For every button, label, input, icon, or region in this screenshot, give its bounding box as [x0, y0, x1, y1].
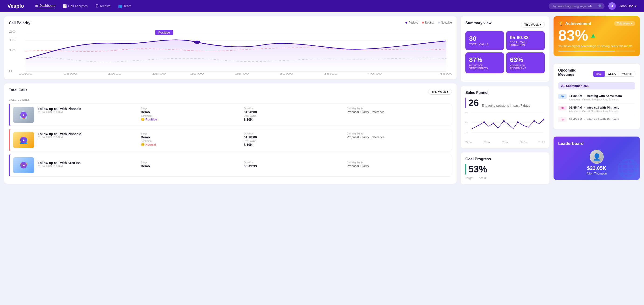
summary-week-select[interactable]: This Week ▾: [521, 22, 545, 27]
meeting-attendees: Attendees: Vineeth Srivatsav, Amy Johnso…: [569, 98, 635, 101]
total-calls-title: Total Calls: [9, 88, 28, 92]
funnel-dates: 27 Jun 28 Jun 29 Jun 30 Jun 01 Jul: [466, 141, 545, 144]
play-button[interactable]: ▶: [20, 162, 27, 168]
legend-neutral: Neutral: [422, 21, 434, 24]
svg-text:2K: 2K: [466, 131, 468, 134]
svg-text:25:00: 25:00: [235, 72, 249, 74]
summary-header: Summary view This Week ▾: [466, 21, 545, 28]
achievement-week-select[interactable]: This Week ▾: [614, 21, 635, 26]
call-info: Follow up call with Krea Ina 01, Jul 202…: [38, 161, 448, 169]
right-column: 🏆 Achievement This Week ▾ 83% ▲ You have…: [554, 16, 640, 184]
call-thumbnail: 👥 ▶: [13, 132, 34, 148]
summary-tile-total-calls: 30 TOTAL CALLS: [466, 31, 504, 50]
svg-text:00:00: 00:00: [19, 72, 32, 74]
am-badge: AM: [558, 94, 566, 99]
svg-point-31: [543, 119, 544, 120]
globe-icon: 🌐: [616, 158, 640, 180]
meetings-tabs: DAY WEEK MONTH: [593, 71, 635, 77]
goal-percentage: 53%: [466, 164, 487, 175]
goal-title: Goal Progress: [466, 157, 545, 161]
meeting-time: 11:30 AM · Meeting with Acme team: [569, 94, 635, 98]
play-button[interactable]: ▶: [20, 137, 27, 143]
goal-percentage-row: 53%: [466, 164, 545, 175]
call-stage-col: Stage Demo Sentiment 😊 Positive: [141, 107, 242, 121]
search-input[interactable]: [549, 3, 604, 9]
svg-text:20: 20: [9, 30, 16, 33]
middle-column: Summary view This Week ▾ 30 TOTAL CALLS …: [461, 16, 549, 184]
svg-text:10: 10: [9, 49, 16, 52]
archive-icon: 🗄: [95, 4, 98, 8]
navbar: Vesplo ⊞ Dashboard 📈 Call Analytics 🗄 Ar…: [0, 0, 644, 12]
leaderboard-title: Leaderboard: [558, 141, 635, 146]
call-duration-col: Duration 01:28:00 Deal Value $ 10K: [244, 107, 346, 121]
sales-funnel-title: Sales Funnel: [466, 91, 545, 95]
svg-text:15:00: 15:00: [152, 72, 166, 74]
user-name[interactable]: John Doe ▾: [620, 4, 636, 8]
call-polarity-card: Call Polarity Positive Neutral Negative: [4, 16, 456, 79]
logo: Vesplo: [8, 3, 24, 9]
meeting-dot: ·: [584, 94, 585, 98]
positive-label: Positive: [155, 30, 173, 35]
nav-team[interactable]: 👥 Team: [118, 4, 131, 8]
chevron-down-icon: ▾: [631, 22, 632, 25]
leader-avatar: 👤: [590, 150, 604, 164]
svg-text:8K: 8K: [466, 111, 468, 114]
sentiment-value: 😊 Positive: [141, 118, 242, 121]
call-info: Follow up call with Pinnacle 01, Jul 202…: [38, 107, 448, 123]
summary-title: Summary view: [466, 21, 492, 25]
chevron-down-icon: ▾: [540, 23, 541, 26]
summary-tile-positive-sentiment: 87% POSITIVE SENTIMENTS: [466, 52, 504, 73]
chevron-down-icon: ▾: [635, 4, 636, 8]
call-date: 01, Jul 2023 10:00AM: [38, 165, 140, 168]
highlights-value: Proposal, Clarity, Reference: [347, 110, 448, 114]
achievement-description: You have higher percentage of closing de…: [558, 44, 635, 48]
svg-point-30: [534, 120, 535, 122]
nav-right: 🔍 J John Doe ▾: [549, 2, 636, 10]
svg-text:05:00: 05:00: [64, 72, 77, 74]
meeting-item: PM 02:45 PM · Intro call with Pinnacle: [558, 115, 635, 124]
nav-links: ⊞ Dashboard 📈 Call Analytics 🗄 Archive 👥…: [35, 4, 549, 8]
call-name: Follow up call with Pinnacle: [38, 132, 140, 136]
dashboard-icon: ⊞: [35, 4, 38, 7]
summary-view-card: Summary view This Week ▾ 30 TOTAL CALLS …: [461, 16, 549, 82]
meeting-details: 02:45 PM · Intro call with Pinnacle Atte…: [569, 106, 635, 113]
stage-value: Demo: [141, 110, 242, 114]
upcoming-meetings-card: Upcoming Meetings DAY WEEK MONTH 28, Sep…: [554, 64, 640, 129]
svg-text:0: 0: [9, 69, 12, 72]
left-column: Call Polarity Positive Neutral Negative: [4, 16, 456, 184]
team-icon: 👥: [118, 4, 122, 8]
call-row: 👥 ▶ Follow up call with Pinnacle 01, Jul…: [9, 129, 452, 151]
analytics-icon: 📈: [63, 4, 67, 8]
goal-progress-card: Goal Progress 53% Target Actual: [461, 152, 549, 184]
bar-filled: [558, 50, 615, 51]
total-calls-week-select[interactable]: This Week ▾: [428, 89, 452, 95]
meeting-item: PM 02:45 PM · Intro call with Pinnacle A…: [558, 103, 635, 115]
neutral-dot: [422, 22, 424, 23]
call-highlights-col: Call Highlights Proposal, Clarity, Refer…: [347, 107, 448, 121]
leader-name: Allen Thomson: [587, 172, 607, 175]
deal-value: $ 10K: [244, 118, 346, 121]
meeting-time: 02:45 PM · Intro call with Pinnacle: [569, 117, 635, 121]
achievement-card: 🏆 Achievement This Week ▾ 83% ▲ You have…: [554, 16, 640, 56]
tab-month[interactable]: MONTH: [619, 71, 635, 77]
tab-day[interactable]: DAY: [593, 71, 604, 77]
play-button[interactable]: ▶: [20, 112, 27, 118]
polarity-chart: Positive 20 15 10 0: [9, 28, 452, 74]
call-row: 👔 ▶ Follow up call with Pinnacle 01, Jul…: [9, 103, 452, 126]
deal-label: Deal Value: [244, 114, 346, 117]
nav-dashboard[interactable]: ⊞ Dashboard: [35, 4, 56, 8]
sentiment-neutral: 😐 Neutral: [141, 143, 242, 146]
positive-dot: [406, 22, 407, 23]
meeting-dot: ·: [584, 106, 585, 109]
page-content: Call Polarity Positive Neutral Negative: [0, 12, 644, 189]
nav-call-analytics[interactable]: 📈 Call Analytics: [63, 4, 88, 8]
summary-tile-audience: 63% AUDIENCE ENGEMENT: [506, 52, 545, 73]
tab-week[interactable]: WEEK: [604, 71, 619, 77]
duration-value: 01:28:00: [244, 110, 346, 114]
achievement-progress-bars: [558, 50, 635, 51]
goal-bar-labels: Target Actual: [466, 176, 545, 180]
duration-label: Duration: [244, 107, 346, 110]
nav-archive[interactable]: 🗄 Archive: [95, 4, 111, 8]
call-highlights-col: Call Highlights Proposal, Clarity, Refer…: [347, 132, 448, 147]
funnel-description: Engaging sessions in past 7 days: [482, 103, 530, 108]
